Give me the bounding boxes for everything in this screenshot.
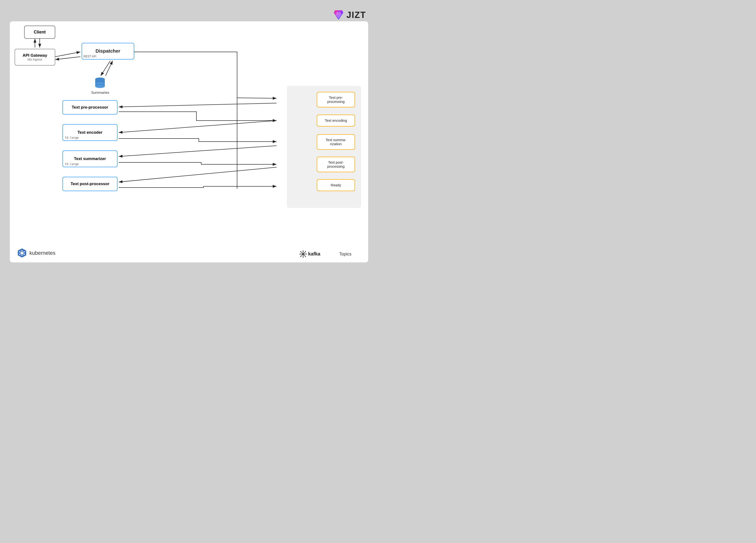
topic-text-preprocessing-label: Text pre- processing	[327, 95, 345, 104]
client-label: Client	[34, 30, 46, 35]
dispatcher-node: Dispatcher REST API	[82, 43, 134, 60]
text-encoder-node: Text encoder t5-large	[62, 124, 117, 141]
dispatcher-label: Dispatcher	[95, 48, 120, 54]
svg-point-27	[300, 254, 300, 255]
topic-text-postprocessing-label: Text post- processing	[327, 160, 345, 168]
svg-point-32	[300, 256, 301, 257]
dispatcher-sublabel: REST API	[83, 55, 96, 58]
svg-point-31	[305, 251, 306, 252]
svg-line-6	[55, 52, 80, 57]
text-encoder-sublabel: t5-large	[65, 136, 79, 139]
svg-line-13	[119, 146, 277, 156]
kafka-label-container: kafka	[300, 250, 320, 258]
text-summarizer-label: Text summarizer	[74, 156, 106, 161]
api-gateway-label: API Gateway	[23, 53, 47, 58]
db-label: Summaries	[91, 90, 109, 94]
text-postprocessor-node: Text post-processor	[62, 177, 117, 191]
text-summarizer-sublabel: t5-large	[65, 162, 79, 166]
svg-point-28	[306, 254, 307, 255]
svg-line-11	[119, 103, 277, 107]
topic-text-encoding: Text encoding	[317, 115, 355, 127]
text-preprocessor-node: Text pre-processor	[62, 100, 117, 115]
database-icon: Summaries	[91, 76, 109, 94]
logo-text: JIZT	[346, 10, 366, 20]
kafka-text-label: kafka	[308, 251, 320, 257]
text-postprocessor-label: Text post-processor	[71, 182, 109, 186]
svg-point-30	[305, 256, 306, 257]
kafka-icon	[300, 250, 307, 258]
svg-marker-1	[335, 12, 342, 19]
svg-point-24	[302, 253, 304, 255]
topics-label: Topics	[339, 252, 351, 257]
svg-line-7	[55, 57, 80, 60]
svg-point-29	[300, 251, 301, 252]
topic-text-preprocessing: Text pre- processing	[317, 92, 355, 107]
topic-text-summarization-label: Text summa- rization	[326, 138, 346, 146]
kubernetes-label: kubernetes	[17, 248, 56, 258]
topic-text-encoding-label: Text encoding	[325, 118, 347, 122]
svg-point-25	[303, 250, 304, 251]
topic-text-summarization: Text summa- rization	[317, 134, 355, 150]
outer-container: JIZT	[7, 7, 371, 265]
api-gateway-node: API Gateway k8s Ingress	[15, 49, 55, 66]
kubernetes-icon	[17, 248, 27, 258]
svg-line-12	[119, 121, 277, 133]
kubernetes-text: kubernetes	[29, 250, 56, 256]
text-summarizer-node: Text summarizer t5-large	[62, 150, 117, 167]
text-preprocessor-label: Text pre-processor	[72, 105, 108, 110]
topic-text-postprocessing: Text post- processing	[317, 157, 355, 172]
topic-ready: Ready	[317, 179, 355, 191]
svg-point-19	[95, 85, 105, 88]
db-svg	[94, 76, 107, 89]
diagram-container: Client API Gateway k8s Ingress Dispatche…	[10, 21, 368, 263]
client-node: Client	[24, 26, 55, 39]
svg-line-14	[119, 167, 277, 182]
svg-line-9	[106, 61, 113, 76]
text-encoder-label: Text encoder	[78, 130, 103, 135]
svg-line-8	[101, 61, 110, 76]
api-gateway-sublabel: k8s Ingress	[28, 58, 42, 61]
svg-point-26	[303, 257, 304, 258]
svg-point-35	[21, 252, 23, 254]
logo: JIZT	[333, 9, 366, 21]
jizt-logo-icon	[333, 9, 345, 21]
topic-ready-label: Ready	[331, 183, 341, 187]
